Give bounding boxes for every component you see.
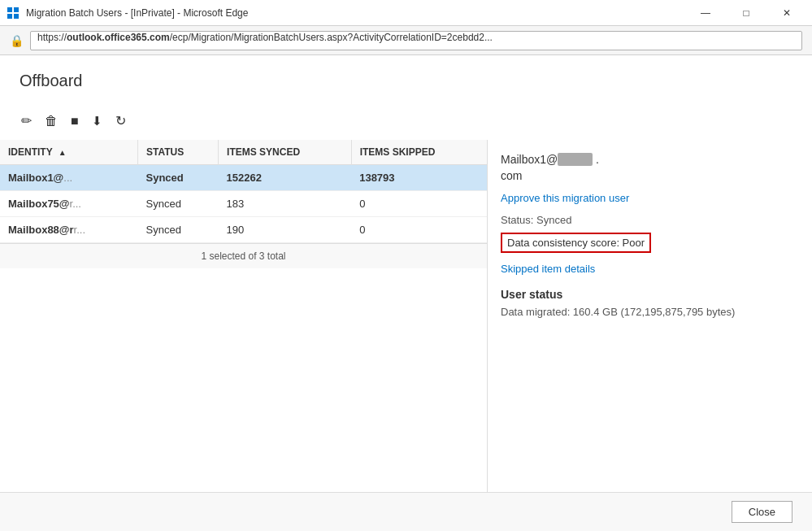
address-input[interactable]: https://outlook.office365.com/ecp/Migrat… <box>30 31 802 50</box>
col-items-skipped: ITEMS SKIPPED <box>351 140 487 165</box>
browser-icon <box>7 7 20 20</box>
svg-rect-1 <box>14 7 19 12</box>
skipped-item-details-link[interactable]: Skipped item details <box>501 263 799 275</box>
cell-items-skipped: 0 <box>351 217 487 243</box>
detail-user-domain: com <box>501 169 799 182</box>
cell-items-synced: 183 <box>219 191 352 217</box>
refresh-button[interactable]: ↻ <box>114 111 128 130</box>
right-panel: Mailbox1@ . com Approve this migration u… <box>488 140 812 492</box>
table-row[interactable]: Mailbox1@... Synced 152262 138793 <box>0 165 487 191</box>
address-bar: 🔒 https://outlook.office365.com/ecp/Migr… <box>0 26 812 55</box>
minimize-button[interactable]: — <box>687 0 724 26</box>
title-bar: Migration Batch Users - [InPrivate] - Mi… <box>0 0 812 26</box>
cell-items-skipped: 0 <box>351 191 487 217</box>
content-split: IDENTITY ▲ STATUS ITEMS SYNCED ITEMS SKI… <box>0 140 812 492</box>
col-status: STATUS <box>138 140 219 165</box>
cell-status: Synced <box>138 165 219 191</box>
cell-identity: Mailbox75@r... <box>0 191 138 217</box>
dialog-footer: Close <box>0 492 812 531</box>
window-title: Migration Batch Users - [InPrivate] - Mi… <box>26 7 680 19</box>
data-table: IDENTITY ▲ STATUS ITEMS SYNCED ITEMS SKI… <box>0 140 487 243</box>
toolbar: ✏ 🗑 ■ ⬇ ↻ <box>0 111 812 140</box>
detail-user-name: Mailbox1@ . <box>501 153 799 166</box>
close-window-button[interactable]: ✕ <box>768 0 805 26</box>
window-controls: — □ ✕ <box>687 0 805 26</box>
url-domain: outlook.office365.com <box>67 32 170 43</box>
sort-icon: ▲ <box>59 148 67 157</box>
edit-button[interactable]: ✏ <box>20 111 33 130</box>
table-footer: 1 selected of 3 total <box>0 243 487 268</box>
user-name-blurred <box>558 153 593 166</box>
delete-button[interactable]: 🗑 <box>43 112 59 130</box>
cell-items-synced: 190 <box>219 217 352 243</box>
close-button[interactable]: Close <box>732 501 792 523</box>
download-button[interactable]: ⬇ <box>90 112 104 130</box>
table-header-row: IDENTITY ▲ STATUS ITEMS SYNCED ITEMS SKI… <box>0 140 487 165</box>
url-rest: /ecp/Migration/MigrationBatchUsers.aspx?… <box>170 32 493 43</box>
table-row[interactable]: Mailbox88@rr... Synced 190 0 <box>0 217 487 243</box>
data-migrated: Data migrated: 160.4 GB (172,195,875,795… <box>501 306 799 318</box>
svg-rect-3 <box>14 14 19 19</box>
approve-migration-link[interactable]: Approve this migration user <box>501 192 799 204</box>
data-consistency-score: Data consistency score: Poor <box>501 233 651 253</box>
svg-rect-0 <box>7 7 12 12</box>
page-header: Offboard <box>0 55 812 111</box>
detail-status: Status: Synced <box>501 214 799 226</box>
table-row[interactable]: Mailbox75@r... Synced 183 0 <box>0 191 487 217</box>
col-items-synced: ITEMS SYNCED <box>219 140 352 165</box>
svg-rect-2 <box>7 14 12 19</box>
left-panel: IDENTITY ▲ STATUS ITEMS SYNCED ITEMS SKI… <box>0 140 488 492</box>
main-content: Offboard ✏ 🗑 ■ ⬇ ↻ IDENTITY ▲ STATUS ITE… <box>0 55 812 531</box>
cell-items-synced: 152262 <box>219 165 352 191</box>
page-title: Offboard <box>20 72 792 90</box>
cell-identity: Mailbox1@... <box>0 165 138 191</box>
col-identity: IDENTITY ▲ <box>0 140 138 165</box>
lock-icon: 🔒 <box>10 34 24 47</box>
cell-items-skipped: 138793 <box>351 165 487 191</box>
url-prefix: https:// <box>37 32 67 43</box>
cell-status: Synced <box>138 217 219 243</box>
user-status-title: User status <box>501 288 799 301</box>
cell-status: Synced <box>138 191 219 217</box>
cell-identity: Mailbox88@rr... <box>0 217 138 243</box>
maximize-button[interactable]: □ <box>727 0 765 26</box>
stop-button[interactable]: ■ <box>69 112 80 130</box>
